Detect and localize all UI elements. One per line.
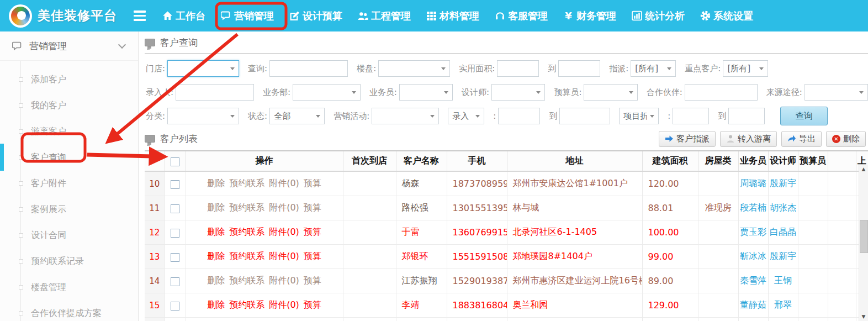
row-checkbox[interactable] [171,204,179,213]
filter-input[interactable] [559,108,610,124]
op-link[interactable]: 删除 [207,227,225,237]
op-link[interactable]: 预约联系 [229,275,264,286]
op-link[interactable]: 附件(0) [269,275,299,286]
filter-select[interactable] [378,60,450,77]
op-link[interactable]: 附件(0) [269,299,299,310]
row-checkbox[interactable] [171,277,179,286]
salesperson-cell[interactable]: 贾玉彩 [738,220,768,245]
filter-select[interactable]: 项目折扣 [619,108,659,124]
filter-input[interactable] [176,84,254,101]
designer-cell[interactable]: 殷新宇 [768,171,798,196]
filter-select[interactable]: [所有] [723,60,768,77]
salesperson-cell[interactable]: 周璐璐 [738,171,768,196]
filter-select[interactable] [805,84,868,101]
sidebar-item[interactable]: 案例展示 [0,196,138,222]
filter-select[interactable] [399,84,453,101]
search-button[interactable]: 查询 [780,107,828,125]
nav-item[interactable]: 客服管理 [487,0,555,31]
assign-customer-button[interactable]: 客户指派 [659,131,716,147]
nav-item[interactable]: 营销管理 [213,0,282,31]
nav-item[interactable]: 工作台 [155,0,213,31]
nav-item[interactable]: 系统设置 [692,0,761,31]
filter-select[interactable]: 全部 [269,108,325,124]
op-link[interactable]: 附件(0) [269,251,299,261]
op-link[interactable]: 预算 [304,275,321,286]
sidebar-item[interactable]: 楼盘管理 [0,274,138,300]
nav-item[interactable]: 工程管理 [350,0,419,31]
filter-select[interactable] [491,84,545,101]
sidebar-item[interactable]: 添加客户 [0,66,138,92]
scrollbar-thumb[interactable] [860,220,868,253]
filter-input[interactable] [685,84,758,101]
filter-select[interactable] [167,60,239,77]
chart-icon [632,10,642,21]
salesperson-cell[interactable]: 秦雪萍 [738,269,768,293]
export-button[interactable]: 导出 [781,131,822,147]
filter-input[interactable] [269,60,348,77]
nav-item[interactable]: ¥ 财务管理 [555,0,624,31]
filter-input[interactable] [497,60,539,77]
filter-select[interactable]: [所有] [631,60,676,77]
filter-select[interactable] [584,84,637,101]
designer-cell[interactable]: 殷新宇 [768,245,798,269]
op-link[interactable]: 附件(0) [269,227,299,237]
filter-select[interactable] [167,108,239,124]
sidebar-item[interactable]: 客户查询 [0,144,138,170]
sidebar-item[interactable]: 游离客户 [0,118,138,144]
op-link[interactable]: 预算 [304,299,321,310]
op-link[interactable]: 删除 [207,178,225,188]
op-link[interactable]: 删除 [207,275,225,286]
op-link[interactable]: 预算 [304,251,321,261]
move-to-idle-button[interactable]: 转入游离 [720,131,777,147]
filter-input[interactable] [558,60,600,77]
vertical-scrollbar[interactable]: ▲ ▼ [859,165,868,321]
op-link[interactable]: 预算 [304,202,321,213]
select-all-checkbox[interactable] [171,157,179,166]
op-link[interactable]: 删除 [207,202,225,213]
op-link[interactable]: 附件(0) [269,178,299,188]
filter-label: 设计师: [462,87,489,98]
row-checkbox[interactable] [171,253,179,262]
sidebar-item[interactable]: 设计合同 [0,222,138,248]
sidebar-group-marketing[interactable]: 营销管理 [0,31,138,61]
filter-select[interactable] [372,108,439,124]
op-link[interactable]: 预约联系 [229,202,264,213]
op-link[interactable]: 删除 [207,299,225,310]
row-checkbox[interactable] [171,302,179,311]
designer-cell[interactable]: 白晶晶 [768,220,798,245]
nav-item[interactable]: 设计预算 [282,0,350,31]
op-link[interactable]: 预约联系 [229,178,264,188]
sidebar-item[interactable]: 我的客户 [0,92,138,118]
sidebar-item[interactable]: 客户附件 [0,170,138,196]
row-checkbox[interactable] [171,180,179,189]
op-link[interactable]: 删除 [207,251,225,261]
row-checkbox[interactable] [171,229,179,238]
sidebar-item[interactable]: 预约联系记录 [0,248,138,274]
salesperson-cell[interactable]: 李蕾 [738,318,768,321]
scroll-up-button[interactable]: ▲ [859,165,868,173]
filter-input[interactable] [498,108,540,124]
filter-input[interactable] [673,108,709,124]
sidebar-item[interactable]: 合作伙伴提成方案 [0,300,138,321]
designer-cell[interactable]: 杨军超 [768,318,798,321]
delete-button[interactable]: ✕ 删除 [826,131,866,147]
filter-select[interactable] [293,84,361,101]
scroll-down-button[interactable]: ▼ [859,312,868,321]
op-link[interactable]: 附件(0) [269,202,299,213]
nav-item[interactable]: 材料管理 [419,0,487,31]
salesperson-cell[interactable]: 董静茹 [738,293,768,318]
salesperson-cell[interactable]: 靳冰冰 [738,245,768,269]
filter-input[interactable] [728,108,765,124]
filter-select[interactable]: 录入 [448,108,484,124]
op-link[interactable]: 预算 [304,227,321,237]
op-link[interactable]: 预约联系 [229,251,264,261]
menu-toggle-icon[interactable] [134,10,146,21]
designer-cell[interactable]: 邢翠 [768,293,798,318]
designer-cell[interactable]: 胡张杰 [768,196,798,220]
designer-cell[interactable]: 王钢 [768,269,798,293]
op-link[interactable]: 预约联系 [229,227,264,237]
salesperson-cell[interactable]: 段若楠 [738,196,768,220]
op-link[interactable]: 预约联系 [229,299,264,310]
nav-item[interactable]: 统计分析 [624,0,692,31]
op-link[interactable]: 预算 [304,178,321,188]
